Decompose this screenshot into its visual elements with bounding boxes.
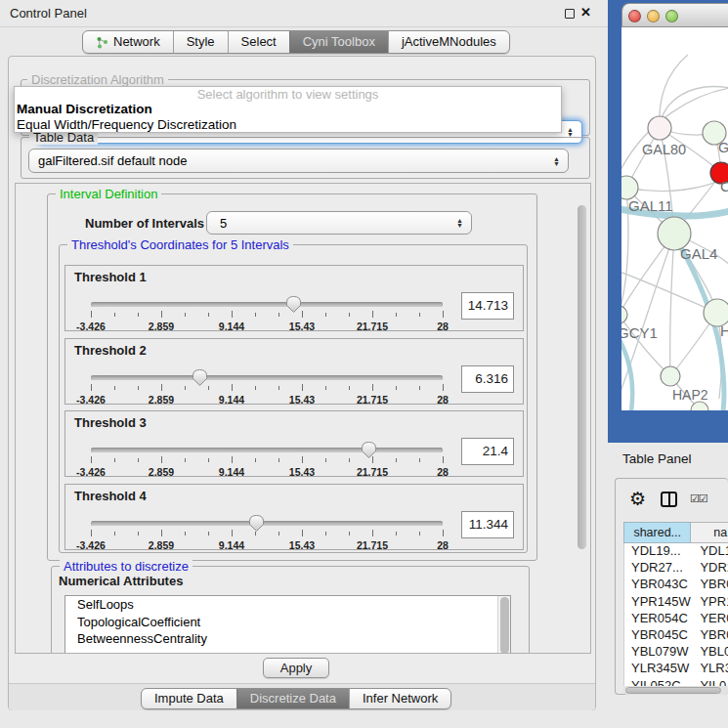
tick-label: 21.715 xyxy=(357,394,388,406)
dropdown-option-manual-discretization[interactable]: Manual Discretization xyxy=(15,102,561,117)
slider-track[interactable] xyxy=(91,448,443,452)
number-of-intervals-label: Number of Intervals xyxy=(85,216,204,231)
node-label-gal4: GAL4 xyxy=(680,245,717,262)
close-icon[interactable]: ✕ xyxy=(580,5,591,20)
tab-jactivemnodules[interactable]: jActiveMNodules xyxy=(388,31,509,53)
attribute-list-item[interactable]: BetweennessCentrality xyxy=(65,630,510,648)
close-traffic-light-icon[interactable] xyxy=(628,10,641,22)
threshold-label: Threshold 1 xyxy=(74,270,147,284)
threshold-value-field[interactable]: 6.316 xyxy=(461,365,514,393)
tick-label: 9.144 xyxy=(219,321,244,332)
cell-name[interactable]: YPR1 xyxy=(693,594,728,611)
tab-discretize-data[interactable]: Discretize Data xyxy=(236,689,349,708)
threshold-slider[interactable]: -3.4262.8599.14415.4321.71528 xyxy=(91,512,443,549)
tab-select[interactable]: Select xyxy=(228,31,289,53)
tick-label: 28 xyxy=(437,394,449,406)
slider-ticks xyxy=(91,384,443,393)
cell-shared-name[interactable]: YDR27... xyxy=(624,560,693,577)
tick-label: -3.426 xyxy=(76,466,106,478)
discretization-algorithm-label: Discretization Algorithm xyxy=(27,72,168,87)
cell-shared-name[interactable]: YBR045C xyxy=(624,627,693,644)
threshold-slider[interactable]: -3.4262.8599.14415.4321.71528 xyxy=(91,439,443,476)
tick-label: 28 xyxy=(437,539,449,551)
attributes-list-scrollbar[interactable] xyxy=(497,596,510,654)
zoom-traffic-light-icon[interactable] xyxy=(665,10,678,22)
table-row[interactable]: YDR27...YDR2 xyxy=(624,560,728,577)
cell-shared-name[interactable]: YBR043C xyxy=(624,577,693,593)
tick-label: 9.144 xyxy=(219,394,244,406)
table-row[interactable]: YER054CYER0 xyxy=(624,611,728,627)
table-row[interactable]: YDL19...YDL1 xyxy=(624,543,728,560)
interval-definition-label: Interval Definition xyxy=(56,187,161,201)
node-label-partial-c: C xyxy=(720,178,728,194)
threshold-slider[interactable]: -3.4262.8599.14415.4321.71528 xyxy=(91,293,443,330)
slider-track[interactable] xyxy=(91,302,443,307)
tick-label: 9.144 xyxy=(219,539,244,551)
tick-label: 15.43 xyxy=(289,394,315,406)
apply-button[interactable]: Apply xyxy=(263,658,329,678)
gear-icon[interactable]: ⚙ xyxy=(629,488,646,510)
cell-name[interactable]: YIL0 xyxy=(693,678,728,687)
table-rows[interactable]: YDL19...YDL1YDR27...YDR2YBR043CYBR0YPR14… xyxy=(623,543,728,686)
tab-cyni-toolbox[interactable]: Cyni Toolbox xyxy=(289,31,388,53)
network-view-canvas[interactable]: GAL80 G C GAL11 GAL4 GCY1 H HAP2 xyxy=(621,27,728,410)
attribute-list-item[interactable]: TopologicalCoefficient xyxy=(65,614,510,631)
cell-name[interactable]: YBL0 xyxy=(693,644,728,661)
minimize-traffic-light-icon[interactable] xyxy=(647,10,660,22)
threshold-slider[interactable]: -3.4262.8599.14415.4321.71528 xyxy=(91,366,443,404)
dropdown-option-equal-width[interactable]: Equal Width/Frequency Discretization xyxy=(15,117,561,133)
tab-network[interactable]: Network xyxy=(83,31,173,53)
number-of-intervals-value: 5 xyxy=(207,216,456,231)
table-panel-header: Table Panel xyxy=(608,443,728,476)
threshold-value-field[interactable]: 11.344 xyxy=(461,511,514,538)
cell-shared-name[interactable]: YER054C xyxy=(624,611,693,627)
cell-name[interactable]: YLR3 xyxy=(693,661,728,677)
cell-name[interactable]: YDR2 xyxy=(693,560,728,577)
cell-shared-name[interactable]: YBL079W xyxy=(624,644,693,661)
table-row[interactable]: YPR145WYPR1 xyxy=(624,594,728,611)
cell-shared-name[interactable]: YIL052C xyxy=(624,678,693,687)
table-row[interactable]: YBR045CYBR0 xyxy=(624,627,728,644)
column-header-name[interactable]: na xyxy=(691,522,728,543)
tab-style[interactable]: Style xyxy=(173,31,228,53)
node-label-gcy1: GCY1 xyxy=(621,324,658,341)
threshold-value-field[interactable]: 21.4 xyxy=(461,438,514,465)
slider-ticks xyxy=(91,456,443,465)
threshold-label: Threshold 3 xyxy=(74,415,147,430)
network-window-titlebar[interactable] xyxy=(621,3,728,27)
number-of-intervals-combobox[interactable]: 5 ▲▼ xyxy=(206,211,472,235)
tab-infer-network[interactable]: Infer Network xyxy=(349,689,450,708)
combo-stepper-icon: ▲▼ xyxy=(456,218,471,228)
node-gal80 xyxy=(648,116,671,140)
cell-shared-name[interactable]: YDL19... xyxy=(624,543,693,560)
threshold-label: Threshold 2 xyxy=(74,343,147,358)
table-horizontal-scrollbar[interactable] xyxy=(623,686,728,695)
columns-icon[interactable] xyxy=(661,492,677,507)
cell-shared-name[interactable]: YPR145W xyxy=(624,594,693,611)
slider-track[interactable] xyxy=(91,521,443,526)
float-window-icon[interactable] xyxy=(565,9,575,19)
numerical-attributes-list[interactable]: SelfLoopsTopologicalCoefficientBetweenne… xyxy=(64,595,511,654)
column-checkboxes-icon[interactable]: ☑☑ xyxy=(690,492,707,505)
table-panel-title: Table Panel xyxy=(622,451,692,466)
table-row[interactable]: YBR043CYBR0 xyxy=(624,577,728,593)
cell-name[interactable]: YDL1 xyxy=(693,543,728,560)
cell-name[interactable]: YBR0 xyxy=(693,577,728,593)
cell-name[interactable]: YER0 xyxy=(693,611,728,627)
cell-name[interactable]: YBR0 xyxy=(693,627,728,644)
table-row[interactable]: YIL052CYIL0 xyxy=(624,678,728,687)
attribute-list-item[interactable]: SelfLoops xyxy=(65,596,510,614)
tab-impute-data[interactable]: Impute Data xyxy=(142,689,236,708)
table-row[interactable]: YLR345WYLR3 xyxy=(624,661,728,677)
cell-shared-name[interactable]: YLR345W xyxy=(624,661,693,677)
tick-label: 2.859 xyxy=(149,539,174,551)
network-nodes[interactable] xyxy=(621,116,728,410)
settings-scroll-pane: Interval Definition Number of Intervals … xyxy=(15,183,591,654)
bottom-tab-strip: Impute Data Discretize Data Infer Networ… xyxy=(9,683,595,710)
table-row[interactable]: YBL079WYBL0 xyxy=(624,644,728,661)
settings-vertical-scrollbar[interactable] xyxy=(576,185,589,652)
table-data-combobox[interactable]: galFiltered.sif default node ▲▼ xyxy=(28,149,569,173)
threshold-value-field[interactable]: 14.713 xyxy=(461,292,514,320)
column-header-shared-name[interactable]: shared... xyxy=(623,522,691,543)
slider-track[interactable] xyxy=(91,375,443,380)
